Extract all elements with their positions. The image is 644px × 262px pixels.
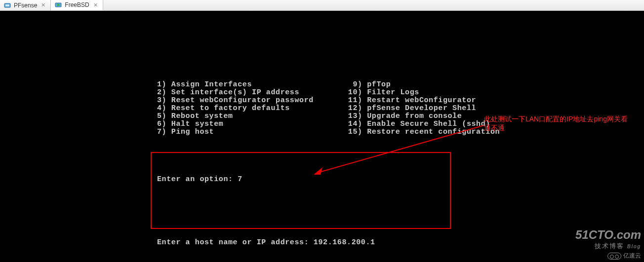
tab-label: PFsense — [14, 2, 37, 9]
vm-icon — [4, 2, 11, 9]
svg-rect-1 — [5, 4, 9, 6]
menu-item: 7) Ping host — [157, 128, 314, 136]
menu-item: 6) Halt system — [157, 120, 314, 128]
menu-item: 11) Restart webConfigurator — [348, 97, 500, 105]
host-prompt-value: 192.168.200.1 — [314, 238, 375, 247]
host-prompt-label: Enter a host name or IP address: — [157, 238, 314, 247]
menu-item: 15) Restore recent configuration — [348, 128, 500, 136]
console-terminal[interactable]: 1) Assign Interfaces 2) Set interface(s)… — [0, 11, 644, 262]
close-icon[interactable]: ✕ — [92, 2, 99, 8]
menu-item: 12) pfSense Developer Shell — [348, 105, 500, 112]
menu-item: 13) Upgrade from console — [348, 112, 500, 120]
prompt-value: 7 — [238, 175, 242, 184]
menu-item: 14) Enable Secure Shell (sshd) — [348, 120, 500, 128]
menu-item: 9) pfTop — [348, 81, 500, 89]
annotation-line: 此处测试一下LAN口配置的IP地址去ping网关看 — [484, 114, 642, 123]
ping-output: Enter a host name or IP address: 192.168… — [157, 223, 644, 262]
menu-item: 1) Assign Interfaces — [157, 81, 314, 89]
annotation-line: 通不通 — [484, 123, 642, 132]
vm-running-icon — [55, 1, 62, 8]
option-prompt: Enter an option: 7 — [157, 176, 644, 184]
close-icon[interactable]: ✕ — [40, 2, 46, 8]
annotation-text: 此处测试一下LAN口配置的IP地址去ping网关看 通不通 — [484, 114, 642, 132]
menu-item: 10) Filter Logs — [348, 89, 500, 97]
tab-freebsd[interactable]: FreeBSD ✕ — [51, 0, 103, 10]
prompt-label: Enter an option: — [157, 175, 238, 184]
tab-pfsense[interactable]: PFsense ✕ — [0, 0, 51, 10]
menu-item: 5) Reboot system — [157, 112, 314, 120]
menu-item: 4) Reset to factory defaults — [157, 105, 314, 112]
tab-label: FreeBSD — [65, 1, 89, 8]
tab-bar: PFsense ✕ FreeBSD ✕ — [0, 0, 644, 11]
menu-item: 3) Reset webConfigurator password — [157, 97, 314, 105]
menu-item: 2) Set interface(s) IP address — [157, 89, 314, 97]
